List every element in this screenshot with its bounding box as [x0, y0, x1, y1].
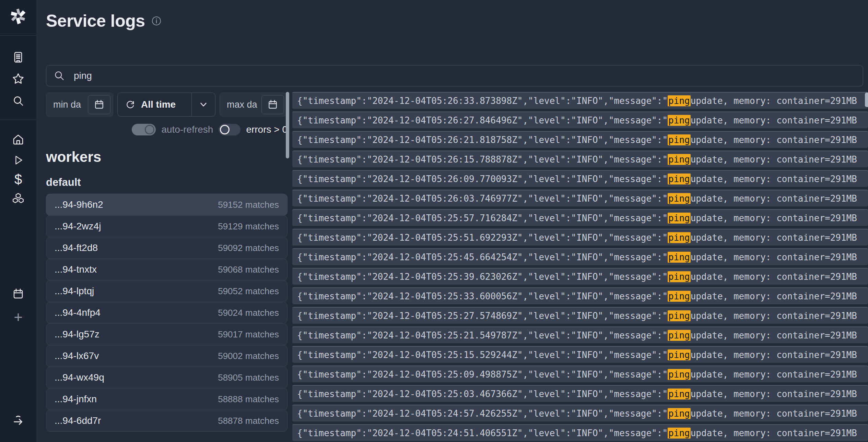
log-text: update, memory: container=291MB	[691, 311, 857, 321]
home-icon[interactable]	[12, 133, 24, 146]
log-row[interactable]: {"timestamp":"2024-12-04T05:24:51.406551…	[292, 424, 868, 441]
time-range-button: All time	[117, 93, 215, 117]
worker-name: ...94-jnfxn	[55, 394, 97, 405]
log-text: {"timestamp":"2024-12-04T05:26:27.846496…	[297, 115, 668, 126]
log-highlight: ping	[668, 310, 691, 321]
log-row[interactable]: {"timestamp":"2024-12-04T05:24:57.426255…	[292, 405, 868, 421]
worker-row[interactable]: ...94-ft2d8 59092 matches	[46, 237, 288, 259]
search-nav-icon[interactable]	[12, 95, 24, 107]
log-row[interactable]: {"timestamp":"2024-12-04T05:25:57.716284…	[292, 209, 868, 226]
log-text: {"timestamp":"2024-12-04T05:25:27.574869…	[297, 311, 668, 321]
search-icon	[54, 70, 65, 81]
max-date-calendar-button[interactable]	[261, 95, 284, 114]
worker-matches: 59092 matches	[218, 243, 279, 253]
worker-name: ...94-4nfp4	[55, 307, 101, 318]
star-icon[interactable]	[12, 72, 25, 85]
max-date-input[interactable]	[226, 99, 265, 110]
windmill-logo-icon[interactable]	[9, 7, 27, 26]
worker-row[interactable]: ...94-tnxtx 59068 matches	[46, 259, 288, 280]
min-date-input[interactable]	[52, 99, 92, 110]
dollar-icon[interactable]: $	[14, 172, 22, 186]
log-text: {"timestamp":"2024-12-04T05:25:03.467366…	[297, 389, 668, 399]
worker-name: ...94-lx67v	[55, 350, 99, 361]
log-row[interactable]: {"timestamp":"2024-12-04T05:26:15.788878…	[292, 151, 868, 167]
log-text: {"timestamp":"2024-12-04T05:25:45.664254…	[297, 252, 668, 262]
log-row[interactable]: {"timestamp":"2024-12-04T05:25:39.623026…	[292, 268, 868, 285]
chevron-down-icon	[198, 99, 209, 110]
log-row[interactable]: {"timestamp":"2024-12-04T05:25:51.692293…	[292, 229, 868, 246]
worker-row[interactable]: ...94-6dd7r 58878 matches	[46, 410, 288, 432]
log-highlight: ping	[668, 252, 691, 263]
worker-row[interactable]: ...94-lg57z 59017 matches	[46, 323, 288, 345]
log-text: {"timestamp":"2024-12-04T05:26:21.818758…	[297, 135, 668, 145]
info-icon[interactable]	[151, 16, 162, 26]
log-row[interactable]: {"timestamp":"2024-12-04T05:26:09.770093…	[292, 170, 868, 187]
worker-name: ...94-lg57z	[55, 329, 99, 340]
worker-matches: 58888 matches	[218, 394, 279, 405]
log-text: update, memory: container=291MB	[691, 291, 857, 301]
log-text: update, memory: container=291MB	[691, 408, 857, 419]
auto-refresh-toggle[interactable]	[132, 124, 156, 135]
log-text: update, memory: container=291MB	[691, 174, 857, 184]
log-row[interactable]: {"timestamp":"2024-12-04T05:25:03.467366…	[292, 385, 868, 402]
log-text: update, memory: container=291MB	[691, 389, 857, 399]
errors-label: errors > 0	[246, 124, 288, 135]
errors-toggle[interactable]	[219, 124, 241, 135]
sidebar-divider	[0, 35, 36, 36]
log-row[interactable]: {"timestamp":"2024-12-04T05:26:21.818758…	[292, 131, 868, 148]
log-row[interactable]: {"timestamp":"2024-12-04T05:26:33.873898…	[292, 92, 868, 109]
worker-list: ...94-9h6n2 59152 matches ...94-2wz4j 59…	[46, 194, 288, 432]
log-highlight: ping	[668, 134, 691, 145]
log-row[interactable]: {"timestamp":"2024-12-04T05:25:09.498875…	[292, 366, 868, 382]
worker-row[interactable]: ...94-lx67v 59002 matches	[46, 345, 288, 367]
log-highlight: ping	[668, 174, 691, 184]
worker-row[interactable]: ...94-9h6n2 59152 matches	[46, 194, 288, 216]
worker-name: ...94-wx49q	[55, 372, 104, 383]
log-text: {"timestamp":"2024-12-04T05:26:09.770093…	[297, 174, 668, 184]
worker-row[interactable]: ...94-2wz4j 59129 matches	[46, 215, 288, 237]
log-text: update, memory: container=291MB	[691, 252, 857, 262]
log-highlight: ping	[668, 369, 691, 380]
log-text: {"timestamp":"2024-12-04T05:26:15.788878…	[297, 154, 668, 165]
log-row[interactable]: {"timestamp":"2024-12-04T05:25:45.664254…	[292, 248, 868, 265]
worker-matches: 59024 matches	[218, 308, 279, 318]
log-highlight: ping	[668, 428, 691, 439]
log-row[interactable]: {"timestamp":"2024-12-04T05:26:27.846496…	[292, 111, 868, 128]
log-text: {"timestamp":"2024-12-04T05:25:51.692293…	[297, 232, 668, 243]
cubes-icon[interactable]	[12, 192, 25, 205]
log-row[interactable]: {"timestamp":"2024-12-04T05:25:15.529244…	[292, 346, 868, 363]
plus-icon[interactable]: +	[14, 310, 23, 325]
workers-panel: All time auto-refresh errors > 0 workers…	[46, 93, 288, 432]
log-row[interactable]: {"timestamp":"2024-12-04T05:25:21.549787…	[292, 326, 868, 343]
play-icon[interactable]	[12, 154, 24, 166]
log-highlight: ping	[668, 95, 691, 106]
log-row[interactable]: {"timestamp":"2024-12-04T05:26:03.746977…	[292, 190, 868, 206]
worker-row[interactable]: ...94-4nfp4 59024 matches	[46, 302, 288, 324]
workers-scrollbar-thumb[interactable]	[286, 92, 289, 158]
worker-row[interactable]: ...94-wx49q 58905 matches	[46, 367, 288, 389]
search-input[interactable]	[73, 70, 863, 82]
log-text: {"timestamp":"2024-12-04T05:26:03.746977…	[297, 193, 668, 204]
log-text: update, memory: container=291MB	[691, 213, 857, 223]
building-icon[interactable]	[12, 51, 24, 63]
worker-matches: 59129 matches	[218, 221, 279, 232]
log-highlight: ping	[668, 115, 691, 126]
log-row[interactable]: {"timestamp":"2024-12-04T05:25:33.600056…	[292, 287, 868, 304]
log-highlight: ping	[668, 154, 691, 165]
worker-row[interactable]: ...94-lptqj 59052 matches	[46, 280, 288, 302]
logs-scrollbar-thumb[interactable]	[865, 93, 868, 107]
min-date-field[interactable]	[46, 93, 113, 117]
log-text: {"timestamp":"2024-12-04T05:24:57.426255…	[297, 408, 668, 419]
collapse-arrow-icon[interactable]	[12, 415, 25, 428]
worker-row[interactable]: ...94-jnfxn 58888 matches	[46, 388, 288, 410]
log-row[interactable]: {"timestamp":"2024-12-04T05:25:27.574869…	[292, 307, 868, 324]
log-text: update, memory: container=291MB	[691, 428, 857, 438]
max-date-field[interactable]	[220, 93, 287, 117]
calendar-nav-icon[interactable]	[12, 288, 24, 300]
time-range-dropdown[interactable]	[192, 93, 215, 116]
time-range-main[interactable]: All time	[118, 93, 191, 116]
log-highlight: ping	[668, 408, 691, 419]
worker-matches: 59017 matches	[218, 329, 279, 340]
log-highlight: ping	[668, 330, 691, 341]
min-date-calendar-button[interactable]	[88, 95, 110, 114]
